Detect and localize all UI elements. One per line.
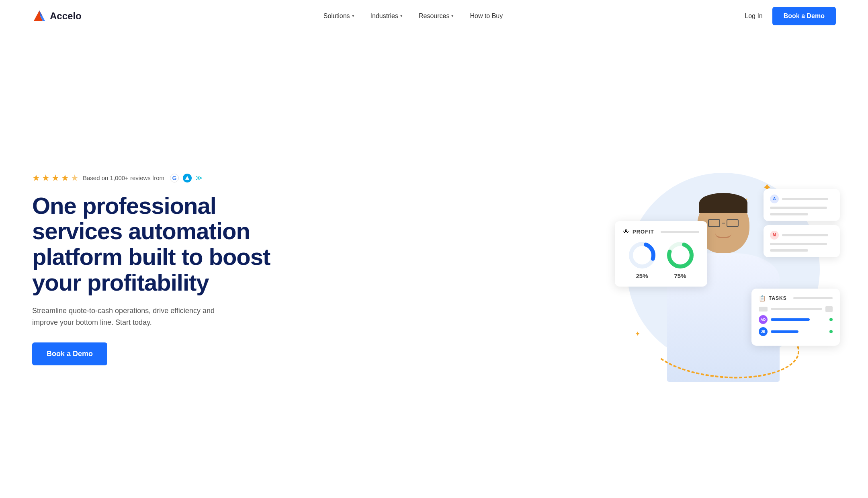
person-hair (699, 193, 747, 213)
donut-blue: 25% (628, 241, 656, 279)
donut-green: 75% (666, 241, 694, 279)
profit-card-header: 👁 PROFIT (623, 228, 699, 236)
chat-card-a: A (764, 189, 840, 221)
book-demo-button-nav[interactable]: Book a Demo (772, 7, 836, 25)
chat-lines-m2 (770, 243, 833, 252)
task-row-placeholder (759, 306, 833, 312)
task-status-dot-je (829, 330, 833, 333)
tasks-card: 📋 TASKS AD JE (751, 289, 840, 346)
tasks-icon: 📋 (759, 295, 766, 301)
donut-blue-label: 25% (628, 273, 656, 279)
review-row: ★ ★ ★ ★ ★ Based on 1,000+ reviews from G… (32, 173, 289, 183)
nav-item-resources[interactable]: Resources ▾ (419, 12, 454, 20)
chat-avatar-row-a: A (770, 195, 833, 203)
task-row-je: JE (759, 327, 833, 336)
profit-charts: 25% 75% (623, 241, 699, 279)
chat-avatar-row-m: M (770, 231, 833, 240)
capterra-logo (183, 174, 192, 182)
star-4: ★ (61, 173, 69, 183)
task-avatar-ad: AD (759, 315, 768, 324)
review-logos: G ≫ (170, 174, 203, 182)
sparkle-icon-4: • (746, 197, 747, 201)
task-bar-container-ad (771, 318, 826, 321)
task-placeholder-bar (771, 308, 822, 310)
getapp-logo: ≫ (196, 174, 203, 182)
chat-line (770, 207, 827, 209)
chat-line (770, 249, 808, 252)
tasks-header: 📋 TASKS (759, 295, 833, 301)
task-status-dot-ad (829, 318, 833, 321)
logo-icon (32, 9, 47, 23)
chat-line (770, 243, 827, 245)
hero-content: ★ ★ ★ ★ ★ Based on 1,000+ reviews from G… (32, 173, 289, 366)
sparkle-icon-3: ✦ (635, 330, 640, 338)
person-smile (715, 233, 731, 238)
chevron-down-icon: ▾ (451, 13, 454, 18)
book-demo-button-hero[interactable]: Book a Demo (32, 342, 107, 365)
task-placeholder-eye (825, 306, 833, 312)
profit-icon: 👁 (623, 228, 629, 236)
chevron-down-icon: ▾ (352, 13, 354, 18)
chevron-down-icon: ▾ (400, 13, 403, 18)
nav-links: Solutions ▾ Industries ▾ Resources ▾ How… (323, 12, 503, 20)
task-avatar-je: JE (759, 327, 768, 336)
chat-line (782, 234, 828, 236)
chat-lines-m (782, 234, 833, 236)
star-5-half: ★ (71, 173, 79, 183)
nav-item-how-to-buy[interactable]: How to Buy (470, 12, 503, 20)
nav-item-solutions[interactable]: Solutions ▾ (323, 12, 354, 20)
profit-label: PROFIT (633, 229, 654, 235)
hero-illustration: ✦ ✦ ✦ • (611, 157, 836, 382)
star-1: ★ (32, 173, 40, 183)
profit-bar-placeholder (661, 231, 699, 233)
profit-card: 👁 PROFIT 25% (615, 221, 707, 287)
login-link[interactable]: Log In (745, 12, 762, 20)
chat-card-m: M (764, 225, 840, 257)
google-logo: G (170, 174, 179, 182)
chat-line (782, 198, 828, 200)
task-bar-je (771, 330, 798, 333)
star-2: ★ (42, 173, 50, 183)
tasks-bar-placeholder (793, 297, 833, 299)
task-placeholder-icon (759, 307, 768, 312)
hero-heading: One professional services automation pla… (32, 193, 289, 295)
chat-line (770, 213, 808, 215)
person-glasses (708, 219, 739, 227)
chat-avatar-m: M (770, 231, 779, 240)
nav-item-industries[interactable]: Industries ▾ (371, 12, 403, 20)
tasks-label: TASKS (769, 295, 787, 301)
logo-text: Accelo (50, 10, 82, 22)
navbar: Accelo Solutions ▾ Industries ▾ Resource… (0, 0, 868, 32)
task-row-ad: AD (759, 315, 833, 324)
hero-section: ★ ★ ★ ★ ★ Based on 1,000+ reviews from G… (0, 32, 868, 498)
chat-lines-a (782, 198, 833, 200)
logo[interactable]: Accelo (32, 9, 82, 23)
chat-avatar-a: A (770, 195, 779, 203)
svg-marker-2 (185, 176, 189, 180)
chat-lines-a2 (770, 207, 833, 215)
task-bar-container-je (771, 330, 826, 333)
nav-actions: Log In Book a Demo (745, 7, 836, 25)
star-rating: ★ ★ ★ ★ ★ (32, 173, 79, 183)
hero-subtext: Streamline quote-to-cash operations, dri… (32, 305, 241, 328)
star-3: ★ (51, 173, 59, 183)
task-bar-ad (771, 318, 810, 321)
donut-green-label: 75% (666, 273, 694, 279)
review-text: Based on 1,000+ reviews from (83, 174, 164, 181)
